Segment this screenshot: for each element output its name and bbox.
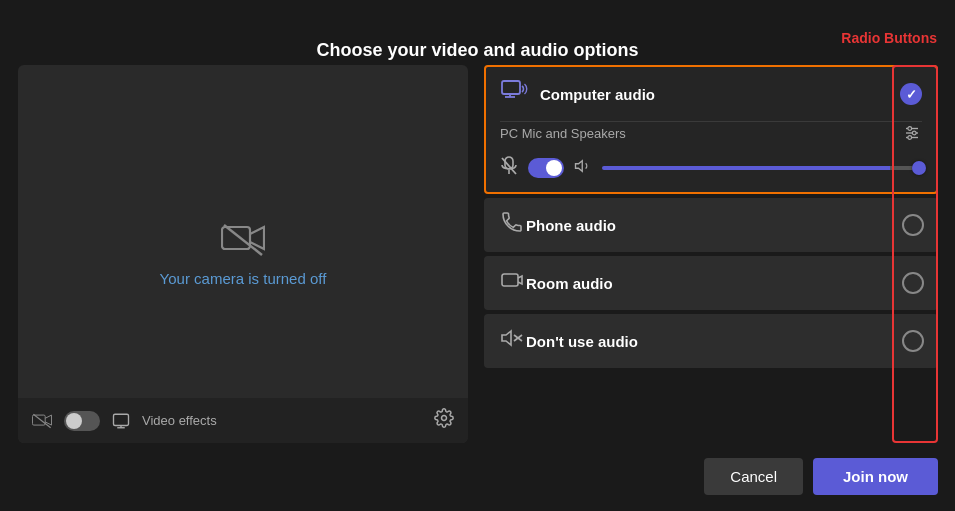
speaker-icon [574, 157, 592, 179]
phone-audio-label: Phone audio [526, 217, 902, 234]
camera-toolbar: Video effects [18, 398, 468, 443]
svg-rect-20 [502, 274, 518, 286]
no-audio-radio[interactable] [902, 330, 924, 352]
no-audio-label: Don't use audio [526, 333, 902, 350]
video-effects-button[interactable]: Video effects [142, 413, 217, 428]
footer: Cancel Join now [18, 444, 938, 511]
camera-toggle-button[interactable] [32, 412, 52, 430]
svg-line-3 [33, 414, 50, 428]
room-audio-icon [498, 268, 526, 298]
no-audio-icon [498, 326, 526, 356]
svg-marker-19 [576, 161, 583, 172]
video-effects-icon [112, 412, 130, 430]
room-audio-radio[interactable] [902, 272, 924, 294]
cancel-button[interactable]: Cancel [704, 458, 803, 495]
page-title: Choose your video and audio options [0, 40, 955, 61]
mic-toggle-switch[interactable] [528, 158, 564, 178]
svg-marker-21 [502, 331, 511, 345]
room-audio-label: Room audio [526, 275, 902, 292]
annotation-label: Radio Buttons [841, 30, 937, 46]
pc-mic-label: PC Mic and Speakers [500, 126, 626, 141]
svg-point-15 [908, 136, 912, 140]
svg-point-13 [908, 127, 912, 131]
audio-option-room[interactable]: Room audio [484, 256, 938, 310]
computer-audio-icon [500, 79, 528, 109]
audio-options-panel: Computer audio PC Mic and Speakers [484, 65, 938, 443]
svg-rect-4 [114, 414, 129, 425]
volume-slider[interactable] [602, 166, 922, 170]
camera-panel: Your camera is turned off [18, 65, 468, 443]
svg-rect-0 [222, 227, 250, 249]
computer-audio-label: Computer audio [540, 86, 888, 103]
computer-audio-radio[interactable] [900, 83, 922, 105]
join-now-button[interactable]: Join now [813, 458, 938, 495]
camera-off-icon [221, 222, 265, 262]
audio-option-phone[interactable]: Phone audio [484, 198, 938, 252]
svg-point-14 [912, 131, 916, 135]
audio-option-computer[interactable]: Computer audio PC Mic and Speakers [484, 65, 938, 194]
svg-point-6 [442, 416, 447, 421]
camera-toggle-switch[interactable] [64, 411, 100, 431]
phone-audio-radio[interactable] [902, 214, 924, 236]
audio-options-list: Computer audio PC Mic and Speakers [484, 65, 938, 368]
audio-settings-icon[interactable] [902, 124, 922, 142]
mic-muted-icon [500, 156, 518, 180]
camera-off-text: Your camera is turned off [160, 270, 327, 287]
settings-button[interactable] [434, 408, 454, 433]
svg-rect-2 [32, 415, 45, 425]
audio-option-none[interactable]: Don't use audio [484, 314, 938, 368]
pc-mic-speakers-row: PC Mic and Speakers [486, 122, 936, 150]
svg-line-1 [224, 225, 262, 255]
audio-controls-row [486, 150, 936, 192]
svg-rect-7 [502, 81, 520, 94]
phone-audio-icon [498, 210, 526, 240]
